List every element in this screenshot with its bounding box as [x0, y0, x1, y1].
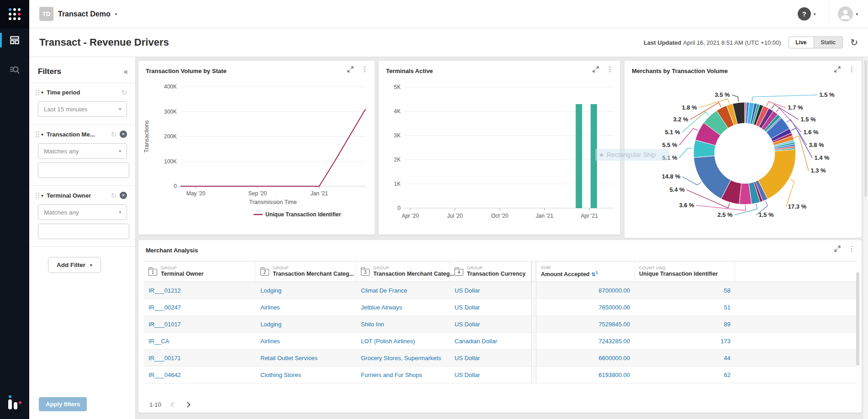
drag-handle-icon[interactable] [36, 131, 37, 133]
unique-transaction-count-value[interactable]: 89 [724, 321, 730, 328]
operator-select[interactable]: Matches any ▾ [38, 204, 127, 220]
sort-icon[interactable]: ⇅1 [592, 272, 598, 277]
transaction-currency-link[interactable]: US Dollar [455, 355, 480, 361]
toggle-static[interactable]: Static [814, 37, 843, 48]
merchant-subcategory-link[interactable]: LOT (Polish Airlines) [361, 338, 415, 345]
reset-filter-icon[interactable]: ↻ [111, 131, 116, 138]
reset-filter-icon[interactable]: ↻ [121, 89, 127, 96]
kebab-menu-icon[interactable]: ⋮ [607, 66, 614, 73]
merchant-category-link[interactable]: Retail Outlet Services [260, 355, 318, 361]
filter-value-input[interactable] [38, 224, 129, 239]
transaction-currency-link[interactable]: US Dollar [455, 372, 480, 378]
filter-value-input[interactable] [38, 162, 129, 178]
merchant-subcategory-link[interactable]: Grocery Stores, Supermarkets [361, 355, 441, 361]
table-row: IR___01212 Lodging Climat De France US D… [144, 282, 856, 299]
sidebar-item-dashboards[interactable] [0, 28, 29, 52]
chevron-down-icon[interactable]: ▾ [41, 132, 43, 137]
amount-accepted-value[interactable]: 7529845.00 [598, 321, 630, 328]
column-header-merchant-category[interactable]: 2 GROUPTransaction Merchant Categ... [256, 262, 356, 282]
user-menu[interactable]: ▾ [828, 0, 858, 28]
transaction-currency-link[interactable]: US Dollar [455, 287, 480, 294]
terminal-owner-link[interactable]: IR__CA [148, 338, 169, 345]
terminal-owner-link[interactable]: IR___00171 [148, 355, 181, 361]
merchant-subcategory-link[interactable]: Climat De France [361, 287, 407, 294]
table-scrollbar[interactable] [856, 272, 859, 366]
help-menu[interactable]: ? ▾ [798, 7, 816, 21]
pagination: 1-10 [144, 401, 190, 408]
amount-accepted-value[interactable]: 6193800.00 [598, 372, 630, 378]
add-filter-label: Add Filter [57, 262, 85, 268]
column-header-merchant-subcategory[interactable]: 3 GROUPTransaction Merchant Categ... [356, 262, 450, 282]
column-name: Transaction Merchant Categ... [373, 271, 455, 278]
unique-transaction-count-value[interactable]: 62 [724, 372, 730, 378]
merchant-category-link[interactable]: Airlines [260, 304, 280, 311]
table-row: IR___00247 Airlines Jetblue Airways US D… [144, 299, 856, 316]
search-icon [9, 64, 21, 76]
svg-text:100K: 100K [164, 158, 177, 165]
merchant-category-link[interactable]: Lodging [260, 321, 281, 328]
terminal-owner-link[interactable]: IR___01212 [148, 287, 181, 294]
svg-text:3.8 %: 3.8 % [809, 141, 824, 148]
terminal-owner-link[interactable]: IR___00247 [148, 304, 181, 311]
unique-transaction-count-value[interactable]: 173 [720, 338, 730, 345]
svg-text:5K: 5K [394, 84, 401, 90]
expand-icon[interactable] [347, 66, 354, 73]
refresh-icon[interactable]: ↻ [850, 38, 858, 47]
svg-text:Jan '21: Jan '21 [311, 190, 328, 197]
select-value: Matches any [44, 148, 79, 155]
kebab-menu-icon[interactable]: ⋮ [848, 245, 855, 252]
collapse-panel-icon[interactable]: « [124, 68, 127, 76]
merchant-subcategory-link[interactable]: Furriers and Fur Shops [361, 372, 422, 378]
chevron-down-icon[interactable]: ▾ [41, 90, 43, 95]
amount-accepted-value[interactable]: 7243285.00 [598, 338, 630, 345]
frozen-pane-divider[interactable] [531, 262, 536, 282]
app-grid-icon[interactable] [0, 0, 29, 28]
canvas-scrollbar[interactable] [863, 57, 868, 419]
chevron-down-icon[interactable]: ▾ [41, 193, 43, 198]
transaction-currency-link[interactable]: US Dollar [455, 321, 480, 328]
unique-transaction-count-value[interactable]: 58 [724, 287, 730, 294]
tenant-switcher[interactable]: TD Transact Demo ▾ [39, 7, 117, 21]
svg-text:Sep '20: Sep '20 [249, 190, 267, 197]
reset-filter-icon[interactable]: ↻ [111, 192, 116, 199]
transaction-currency-link[interactable]: Canadian Dollar [455, 338, 497, 345]
column-header-unique-transaction-identifier[interactable]: COUNT UNQUnique Transaction Identifier [635, 262, 735, 282]
operator-select[interactable]: Matches any ▾ [38, 143, 127, 159]
merchant-subcategory-link[interactable]: Jetblue Airways [361, 304, 402, 311]
toggle-live[interactable]: Live [789, 37, 814, 48]
column-name: Transaction Merchant Categ... [273, 271, 354, 278]
terminal-owner-link[interactable]: IR___01017 [148, 321, 181, 328]
column-header-terminal-owner[interactable]: 1 GROUPTerminal Owner [144, 262, 256, 282]
svg-text:1.8 %: 1.8 % [682, 104, 697, 111]
transaction-currency-link[interactable]: US Dollar [455, 304, 480, 311]
drag-handle-icon[interactable] [36, 193, 37, 194]
merchant-category-link[interactable]: Airlines [260, 338, 280, 345]
amount-accepted-value[interactable]: 8700000.00 [598, 287, 630, 294]
expand-icon[interactable] [834, 66, 841, 73]
expand-icon[interactable] [593, 66, 599, 73]
next-page-icon[interactable] [185, 402, 191, 408]
svg-text:0: 0 [397, 205, 401, 211]
kebab-menu-icon[interactable]: ⋮ [361, 66, 368, 73]
terminal-owner-link[interactable]: IR___04642 [148, 372, 181, 378]
apply-filters-button[interactable]: Apply filters [39, 397, 87, 411]
column-header-amount-accepted[interactable]: SUMAmount Accepted⇅1 [536, 262, 635, 282]
column-header-transaction-currency[interactable]: 4 GROUPTransaction Currency [450, 262, 531, 282]
previous-page-icon[interactable] [170, 402, 176, 408]
merchant-subcategory-link[interactable]: Shilo Inn [361, 321, 384, 328]
merchant-category-link[interactable]: Clothing Stores [260, 372, 301, 378]
sidebar-item-insights-search[interactable] [0, 58, 29, 82]
remove-filter-icon[interactable]: ✕ [120, 192, 127, 199]
add-filter-button[interactable]: Add Filter ▾ [48, 257, 101, 273]
merchant-category-link[interactable]: Lodging [260, 287, 281, 294]
card-title: Merchants by Transaction Volume [632, 68, 728, 74]
kebab-menu-icon[interactable]: ⋮ [848, 66, 855, 73]
unique-transaction-count-value[interactable]: 44 [724, 355, 730, 361]
amount-accepted-value[interactable]: 6600000.00 [598, 355, 630, 361]
unique-transaction-count-value[interactable]: 51 [724, 304, 730, 311]
expand-icon[interactable] [834, 246, 841, 252]
time-period-select[interactable]: Last 15 minutes ▾ [38, 101, 127, 117]
drag-handle-icon[interactable] [36, 89, 37, 91]
remove-filter-icon[interactable]: ✕ [120, 131, 127, 138]
amount-accepted-value[interactable]: 7650000.00 [598, 304, 630, 311]
